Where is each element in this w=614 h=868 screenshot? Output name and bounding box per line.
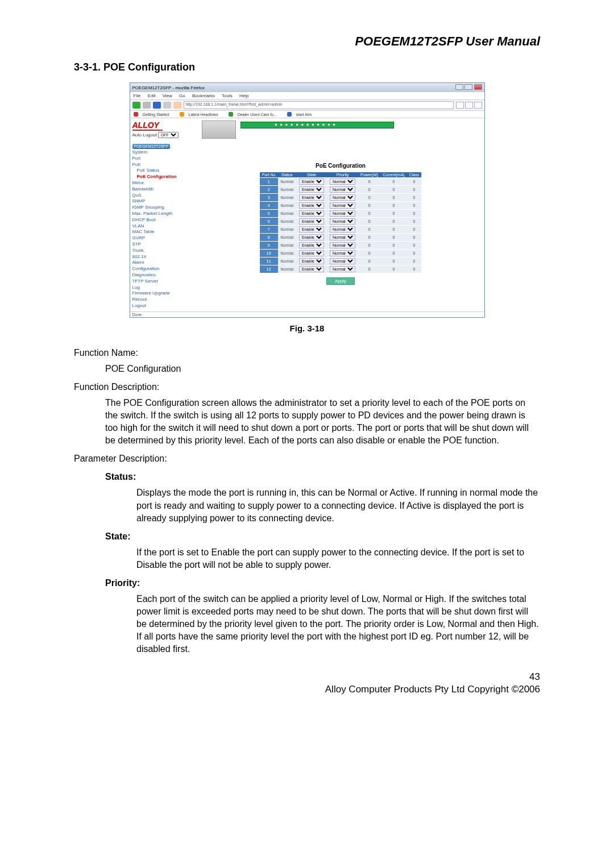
sidebar-item-poe-configuration[interactable]: PoE Configuration <box>132 174 195 180</box>
minimize-icon[interactable] <box>455 84 463 90</box>
menu-bookmarks[interactable]: Bookmarks <box>192 93 215 98</box>
priority-select[interactable]: Normal <box>330 186 355 193</box>
copyright: Alloy Computer Products Pty Ltd Copyrigh… <box>74 684 540 695</box>
table-row: 7NormalEnableNormal000 <box>260 226 421 234</box>
status-cell: Normal <box>278 210 297 218</box>
state-select[interactable]: Enable <box>299 250 324 256</box>
priority-select[interactable]: Normal <box>330 178 355 185</box>
state-select[interactable]: Enable <box>299 178 324 185</box>
state-select[interactable]: Enable <box>299 194 324 201</box>
power-cell: 0 <box>358 218 380 226</box>
sidebar-item-alarm[interactable]: Alarm <box>132 260 195 266</box>
class-cell: 0 <box>407 250 422 258</box>
sidebar-item-diagnostics[interactable]: Diagnostics <box>132 272 195 279</box>
sidebar-item-vlan[interactable]: VLAN <box>132 223 195 230</box>
priority-select[interactable]: Normal <box>330 194 355 201</box>
back-icon[interactable] <box>132 102 140 109</box>
sidebar-item-snmp[interactable]: SNMP <box>132 198 195 205</box>
status-cell: Normal <box>278 186 297 194</box>
class-cell: 0 <box>407 234 422 242</box>
priority-select[interactable]: Normal <box>330 210 355 217</box>
apply-button[interactable]: Apply <box>326 277 355 285</box>
priority-select[interactable]: Normal <box>330 234 355 240</box>
close-icon[interactable] <box>474 84 482 90</box>
power-cell: 0 <box>358 178 380 186</box>
power-cell: 0 <box>358 210 380 218</box>
state-select[interactable]: Enable <box>299 242 324 248</box>
sidebar-item-bandwidth[interactable]: Bandwidth <box>132 186 195 193</box>
url-input[interactable]: http://192.168.1.1/main_frame.html?first… <box>184 101 454 109</box>
stop-icon[interactable] <box>163 102 171 109</box>
sidebar-item-mirror[interactable]: Mirror <box>132 180 195 186</box>
sidebar-item-logout[interactable]: Logout <box>132 303 195 309</box>
current-cell: 0 <box>380 202 407 210</box>
sidebar-item-dhcp-boot[interactable]: DHCP Boot <box>132 217 195 223</box>
switch-graphic: ■ ■ ■ ■ ■ ■ ■ ■ ■ ■ ■ ■ <box>240 122 394 128</box>
menu-tools[interactable]: Tools <box>222 93 233 98</box>
priority-select[interactable]: Normal <box>330 202 355 209</box>
home-icon[interactable] <box>173 102 181 109</box>
menu-help[interactable]: Help <box>239 93 248 98</box>
bookmark-headlines[interactable]: Latest Headlines <box>180 113 223 117</box>
priority-select[interactable]: Normal <box>330 218 355 225</box>
bookmark-start[interactable]: start.htm <box>287 113 316 117</box>
sidebar-item-max-packet-length[interactable]: Max. Packet Length <box>132 211 195 217</box>
bookmark-dealers[interactable]: Dealer Used Cars fo... <box>229 113 281 117</box>
sidebar-item-port[interactable]: Port <box>132 156 195 162</box>
sidebar-item-poe[interactable]: PoE <box>132 162 195 168</box>
sidebar-item-igmp-snooping[interactable]: IGMP Snooping <box>132 205 195 211</box>
menu-edit[interactable]: Edit <box>148 93 156 98</box>
sidebar-item-trunk[interactable]: Trunk <box>132 248 195 254</box>
status-cell: Normal <box>278 194 297 202</box>
sidebar-item-802-1x[interactable]: 802.1X <box>132 254 195 260</box>
priority-select[interactable]: Normal <box>330 242 355 248</box>
port-number: 9 <box>260 242 278 250</box>
power-cell: 0 <box>358 265 380 273</box>
menu-file[interactable]: File <box>134 93 141 98</box>
menu-view[interactable]: View <box>163 93 172 98</box>
state-select[interactable]: Enable <box>299 202 324 209</box>
bookmarks-bar: Getting Started Latest Headlines Dealer … <box>130 111 484 118</box>
sidebar-item-log[interactable]: Log <box>132 285 195 291</box>
state-select[interactable]: Enable <box>299 210 324 217</box>
sidebar-item-qos[interactable]: QoS <box>132 193 195 199</box>
section-title: 3-3-1. POE Configuration <box>74 61 540 73</box>
search-engine-icon[interactable] <box>474 102 482 109</box>
go-button-icon[interactable] <box>465 102 473 109</box>
sidebar-item-configuration[interactable]: Configuration <box>132 266 195 272</box>
logo: ALLOY <box>132 121 163 131</box>
state-select[interactable]: Enable <box>299 218 324 225</box>
sidebar-item-tftp-server[interactable]: TFTP Server <box>132 279 195 285</box>
current-cell: 0 <box>380 226 407 234</box>
autologout-select[interactable]: OFF <box>158 132 179 138</box>
sidebar-item-poe-status[interactable]: PoE Status <box>132 168 195 174</box>
go-dropdown-icon[interactable] <box>456 102 464 109</box>
bookmark-getting-started[interactable]: Getting Started <box>134 113 174 117</box>
sidebar-item-stp[interactable]: STP <box>132 242 195 248</box>
priority-select[interactable]: Normal <box>330 258 355 264</box>
priority-select[interactable]: Normal <box>330 226 355 232</box>
forward-icon[interactable] <box>143 102 151 109</box>
port-number: 11 <box>260 258 278 265</box>
state-select[interactable]: Enable <box>299 234 324 240</box>
menu-go[interactable]: Go <box>179 93 185 98</box>
state-select[interactable]: Enable <box>299 186 324 193</box>
priority-select[interactable]: Normal <box>330 250 355 256</box>
power-cell: 0 <box>358 242 380 250</box>
poe-table: Port NoStatusStatePriorityPower(W)Curren… <box>260 172 421 273</box>
sidebar-item-mac-table[interactable]: MAC Table <box>132 229 195 235</box>
state-select[interactable]: Enable <box>299 258 324 264</box>
maximize-icon[interactable] <box>464 84 472 90</box>
state-select[interactable]: Enable <box>299 226 324 232</box>
priority-select[interactable]: Normal <box>330 266 355 272</box>
class-cell: 0 <box>407 265 422 273</box>
status-cell: Normal <box>278 218 297 226</box>
sidebar-item-gvrp[interactable]: GVRP <box>132 235 195 242</box>
state-select[interactable]: Enable <box>299 266 324 272</box>
sidebar-item-system[interactable]: System <box>132 149 195 156</box>
current-cell: 0 <box>380 258 407 265</box>
sidebar-item-firmware-upgrade[interactable]: Firmware Upgrade <box>132 290 195 297</box>
table-row: 9NormalEnableNormal000 <box>260 242 421 250</box>
reload-icon[interactable] <box>153 102 161 109</box>
sidebar-item-reboot[interactable]: Reboot <box>132 297 195 303</box>
